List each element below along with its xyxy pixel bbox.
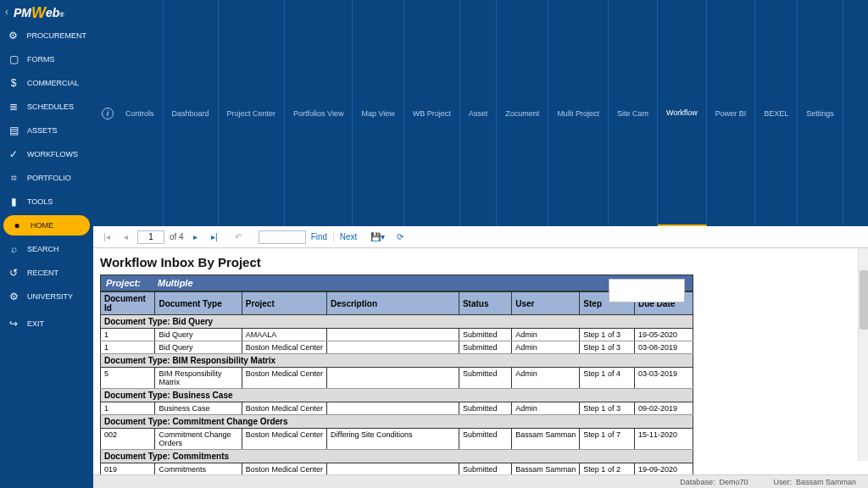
- sidebar-icon: ⌗: [7, 172, 20, 184]
- grid-column-header[interactable]: Project: [242, 292, 326, 315]
- table-cell: Step 1 of 4: [580, 368, 635, 389]
- grid-column-header[interactable]: Document Id: [101, 292, 155, 315]
- table-cell: Step 1 of 2: [580, 463, 635, 475]
- sidebar-item-label: COMMERCIAL: [27, 79, 79, 87]
- status-db-value: Demo70: [719, 478, 748, 486]
- sidebar-icon: ▤: [7, 125, 20, 136]
- top-tab[interactable]: Site Cam: [609, 0, 658, 226]
- top-tab[interactable]: Asset: [460, 0, 498, 226]
- table-cell: Bid Query: [155, 341, 242, 354]
- top-tab[interactable]: BEXEL: [755, 0, 798, 226]
- find-button[interactable]: Find: [311, 232, 327, 241]
- top-tab[interactable]: Portfolios View: [285, 0, 353, 226]
- table-cell: Bassam Samman: [512, 429, 580, 450]
- parent-report-icon[interactable]: ↶: [231, 230, 245, 244]
- top-tab[interactable]: Zocument: [497, 0, 548, 226]
- report-area: Workflow Inbox By Project Project: Multi…: [93, 248, 868, 474]
- sidebar-item[interactable]: ▤ASSETS: [0, 119, 93, 142]
- top-tab[interactable]: Settings: [798, 0, 843, 226]
- export-icon[interactable]: 💾▾: [370, 232, 385, 241]
- top-tab[interactable]: Power BI: [707, 0, 756, 226]
- grid-header-row: Document IdDocument TypeProjectDescripti…: [101, 292, 693, 315]
- table-cell: AMAALA: [242, 329, 326, 341]
- top-tab[interactable]: WB Project: [404, 0, 460, 226]
- page-total-label: of 4: [170, 232, 184, 241]
- exit-icon: ↪: [7, 318, 20, 330]
- grid-column-header[interactable]: User: [512, 292, 580, 315]
- top-tab[interactable]: Multi Project: [548, 0, 609, 226]
- grid-column-header[interactable]: Document Type: [155, 292, 242, 315]
- sidebar-item[interactable]: ⌕SEARCH: [0, 237, 93, 261]
- vertical-scrollbar[interactable]: [858, 248, 868, 461]
- back-chevron-icon[interactable]: ‹: [5, 6, 8, 18]
- grid-column-header[interactable]: Description: [327, 292, 459, 315]
- sidebar: ‹ PMWeb® ⚙PROCUREMENT▢FORMS$COMMERCIAL≣S…: [0, 0, 93, 488]
- sidebar-icon: ▢: [7, 53, 20, 65]
- sidebar-icon: ▮: [7, 196, 20, 208]
- sidebar-item[interactable]: ≣SCHEDULES: [0, 95, 93, 119]
- sidebar-item-label: RECENT: [27, 269, 58, 277]
- sidebar-item[interactable]: ⚙UNIVERSITY: [0, 285, 93, 308]
- table-cell: Submitted: [459, 429, 511, 450]
- top-tab[interactable]: Workflow: [658, 0, 707, 226]
- table-row[interactable]: 1Bid QueryAMAALASubmittedAdminStep 1 of …: [101, 329, 693, 341]
- table-cell: Bassam Samman: [512, 463, 580, 475]
- table-row[interactable]: 002Commitment Change OrdersBoston Medica…: [101, 429, 693, 450]
- find-input[interactable]: [259, 230, 306, 244]
- sidebar-item[interactable]: ●HOME: [3, 215, 90, 236]
- next-page-icon[interactable]: ▸: [189, 230, 203, 244]
- info-icon[interactable]: i: [102, 108, 114, 119]
- table-cell: Boston Medical Center: [242, 368, 326, 389]
- table-cell: Admin: [512, 329, 580, 341]
- brand-bar: ‹ PMWeb®: [0, 0, 93, 24]
- table-cell: 19-09-2020: [634, 463, 693, 475]
- sidebar-item-label: EXIT: [27, 319, 44, 328]
- sidebar-icon: ✓: [7, 148, 20, 160]
- sidebar-item[interactable]: $COMMERCIAL: [0, 71, 93, 95]
- sidebar-item-label: TOOLS: [27, 197, 53, 206]
- table-row[interactable]: 1Business CaseBoston Medical CenterSubmi…: [101, 402, 693, 415]
- table-cell: 19-05-2020: [634, 329, 693, 341]
- refresh-icon[interactable]: ⟳: [393, 230, 407, 244]
- table-cell: Admin: [512, 368, 580, 389]
- table-cell: [327, 402, 459, 415]
- first-page-icon[interactable]: |◂: [100, 230, 114, 244]
- prev-page-icon[interactable]: ◂: [119, 230, 132, 244]
- table-row[interactable]: 019CommitmentsBoston Medical CenterSubmi…: [101, 463, 693, 475]
- top-tab[interactable]: Controls: [117, 0, 164, 226]
- sidebar-item[interactable]: ⚙PROCUREMENT: [0, 24, 93, 47]
- sidebar-item-label: ASSETS: [27, 126, 58, 135]
- group-header-row: Document Type: BIM Responsibility Matrix: [101, 354, 693, 368]
- report-preview-thumbnail[interactable]: [609, 279, 685, 302]
- table-cell: Differing Site Conditions: [327, 429, 459, 450]
- table-cell: Commitments: [155, 463, 242, 475]
- table-row[interactable]: 1Bid QueryBoston Medical CenterSubmitted…: [101, 341, 693, 354]
- sidebar-icon: $: [7, 77, 20, 89]
- sidebar-item[interactable]: ↺RECENT: [0, 261, 93, 285]
- table-cell: Boston Medical Center: [242, 429, 326, 450]
- sidebar-exit[interactable]: ↪EXIT: [0, 312, 93, 336]
- report-title: Workflow Inbox By Project: [100, 255, 693, 269]
- table-cell: Step 1 of 3: [580, 341, 635, 354]
- table-cell: 1: [101, 341, 155, 354]
- top-tab[interactable]: Map View: [353, 0, 403, 226]
- grid-column-header[interactable]: Status: [459, 292, 511, 315]
- sidebar-item[interactable]: ⌗PORTFOLIO: [0, 166, 93, 190]
- top-tab[interactable]: Project Center: [219, 0, 286, 226]
- table-cell: 5: [101, 368, 155, 389]
- table-cell: 002: [101, 429, 155, 450]
- sidebar-item[interactable]: ✓WORKFLOWS: [0, 142, 93, 166]
- find-next-button[interactable]: Next: [340, 232, 358, 241]
- sidebar-list: ⚙PROCUREMENT▢FORMS$COMMERCIAL≣SCHEDULES▤…: [0, 24, 93, 488]
- sidebar-item[interactable]: ▮TOOLS: [0, 190, 93, 214]
- app-logo: PMWeb®: [14, 3, 64, 21]
- sidebar-item[interactable]: ▢FORMS: [0, 47, 93, 71]
- top-tab[interactable]: Dashboard: [164, 0, 219, 226]
- table-cell: Admin: [512, 402, 580, 415]
- table-row[interactable]: 5BIM Responsibility MatrixBoston Medical…: [101, 368, 693, 389]
- page-number-input[interactable]: [137, 230, 164, 244]
- group-header-row: Document Type: Business Case: [101, 389, 693, 402]
- table-cell: Commitment Change Orders: [155, 429, 242, 450]
- table-cell: Boston Medical Center: [242, 341, 326, 354]
- last-page-icon[interactable]: ▸|: [208, 230, 221, 244]
